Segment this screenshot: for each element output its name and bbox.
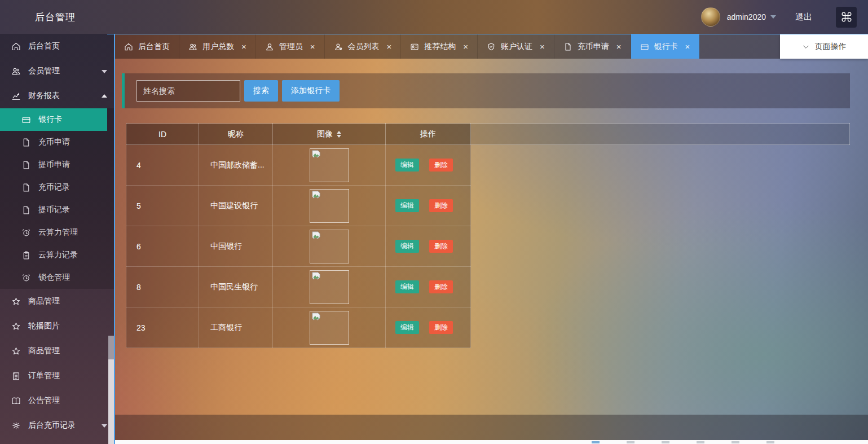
- search-input[interactable]: [136, 80, 240, 102]
- cell-id: 6: [126, 226, 199, 267]
- command-grid-icon: [841, 11, 852, 23]
- cell-image: [273, 145, 386, 186]
- sidebar-item-deposit-apply[interactable]: 充币申请: [0, 131, 114, 153]
- sidebar-item-lock-mgmt[interactable]: 锁仓管理: [0, 266, 114, 289]
- column-header-nickname[interactable]: 昵称: [199, 124, 273, 145]
- close-icon[interactable]: ×: [241, 42, 246, 51]
- broken-image-placeholder: [310, 270, 349, 304]
- users-icon: [188, 42, 197, 51]
- sort-icon[interactable]: [337, 129, 341, 140]
- close-icon[interactable]: ×: [310, 42, 315, 51]
- user-icon: [265, 42, 274, 51]
- tab-user-total[interactable]: 用户总数 ×: [179, 34, 256, 59]
- app-title: 后台管理: [35, 11, 76, 24]
- sidebar-item-finance-reports[interactable]: 财务报表: [0, 83, 114, 108]
- close-icon[interactable]: ×: [540, 42, 545, 51]
- cell-nickname: 中国银行: [199, 226, 273, 267]
- sidebar-item-products-2[interactable]: 商品管理: [0, 339, 114, 363]
- sidebar-item-dashboard[interactable]: 后台首页: [0, 34, 114, 59]
- file-icon: [563, 42, 572, 51]
- add-bank-card-button[interactable]: 添加银行卡: [282, 80, 340, 102]
- cell-image: [273, 226, 386, 267]
- cell-image: [273, 267, 386, 307]
- sidebar-item-cloud-power-mgmt[interactable]: 云算力管理: [0, 221, 114, 244]
- edit-button[interactable]: 编辑: [395, 159, 419, 172]
- user-menu[interactable]: admin2020: [727, 12, 776, 21]
- edit-button[interactable]: 编辑: [395, 280, 419, 293]
- tab-label: 银行卡: [654, 42, 678, 52]
- broken-image-placeholder: [310, 189, 349, 223]
- search-button[interactable]: 搜索: [244, 80, 278, 102]
- sidebar-item-label: 订单管理: [28, 371, 60, 381]
- delete-button[interactable]: 删除: [429, 280, 453, 293]
- sidebar-item-announcements[interactable]: 公告管理: [0, 388, 114, 413]
- sidebar-item-label: 云算力记录: [38, 250, 78, 260]
- close-icon[interactable]: ×: [463, 42, 468, 51]
- file-icon: [21, 138, 31, 147]
- sidebar-item-bank-card[interactable]: 银行卡: [0, 108, 114, 131]
- cell-actions: 编辑 删除: [386, 307, 471, 348]
- logout-button[interactable]: 退出: [795, 12, 812, 23]
- column-header-image[interactable]: 图像: [273, 124, 386, 145]
- header-right-group: admin2020 退出: [701, 0, 857, 34]
- tab-dashboard[interactable]: 后台首页: [115, 34, 179, 59]
- tab-admins[interactable]: 管理员 ×: [256, 34, 325, 59]
- cell-image: [273, 186, 386, 226]
- close-icon[interactable]: ×: [616, 42, 622, 51]
- chevron-down-icon: [102, 70, 107, 76]
- cell-nickname: 工商银行: [199, 307, 273, 348]
- page-actions-button[interactable]: 页面操作: [780, 34, 868, 59]
- edit-button[interactable]: 编辑: [395, 321, 419, 334]
- sidebar-item-label: 会员管理: [28, 66, 60, 76]
- close-icon[interactable]: ×: [387, 42, 392, 51]
- sidebar-item-cloud-power-records[interactable]: 云算力记录: [0, 244, 114, 266]
- file-icon: [21, 160, 31, 170]
- chart-icon: [11, 91, 21, 101]
- bank-card-icon: [640, 42, 649, 51]
- sidebar-item-withdraw-apply[interactable]: 提币申请: [0, 153, 114, 176]
- tab-account-verify[interactable]: 账户认证 ×: [478, 34, 554, 59]
- sidebar-item-backend-deposit-records[interactable]: 后台充币记录: [0, 413, 114, 438]
- top-header-bar: 后台管理 admin2020 退出: [0, 0, 868, 34]
- star-icon: [11, 297, 21, 306]
- tab-member-list[interactable]: 会员列表 ×: [325, 34, 402, 59]
- cell-id: 4: [126, 145, 199, 186]
- file-icon: [21, 183, 31, 192]
- sidebar-item-deposit-records[interactable]: 充币记录: [0, 176, 114, 199]
- column-header-id[interactable]: ID: [126, 124, 199, 145]
- sidebar-item-withdraw-records[interactable]: 提币记录: [0, 199, 114, 221]
- delete-button[interactable]: 删除: [429, 159, 453, 172]
- user-avatar[interactable]: [701, 7, 720, 27]
- admin-app: 后台管理 admin2020 退出 后台首页 会员管理: [0, 0, 868, 444]
- chevron-down-icon: [102, 424, 107, 430]
- username-label: admin2020: [727, 12, 766, 21]
- bank-card-table: ID 昵称 图像 操作 4 中国邮政储蓄... 编辑 删除: [126, 123, 850, 348]
- table-header-row: ID 昵称 图像 操作: [126, 124, 850, 145]
- sidebar-item-orders[interactable]: 订单管理: [0, 363, 114, 388]
- delete-button[interactable]: 删除: [429, 240, 453, 253]
- tab-referral-structure[interactable]: 推荐结构 ×: [401, 34, 478, 59]
- edit-button[interactable]: 编辑: [395, 199, 419, 212]
- sidebar-scrollbar[interactable]: [108, 336, 114, 444]
- table-row: 6 中国银行 编辑 删除: [126, 226, 850, 267]
- cell-actions: 编辑 删除: [386, 226, 471, 267]
- delete-button[interactable]: 删除: [429, 321, 453, 334]
- command-menu-button[interactable]: [836, 7, 857, 28]
- tab-deposit-apply[interactable]: 充币申请 ×: [554, 34, 631, 59]
- sidebar-item-label: 云算力管理: [38, 227, 78, 238]
- sidebar-item-carousel[interactable]: 轮播图片: [0, 314, 114, 339]
- sidebar-item-label: 提币申请: [38, 160, 70, 170]
- edit-button[interactable]: 编辑: [395, 240, 419, 253]
- delete-button[interactable]: 删除: [429, 199, 453, 212]
- table-row: 8 中国民生银行 编辑 删除: [126, 267, 850, 307]
- close-icon[interactable]: ×: [685, 42, 690, 51]
- scrollbar-thumb[interactable]: [108, 336, 114, 359]
- sidebar-item-products-1[interactable]: 商品管理: [0, 289, 114, 314]
- tab-bank-card[interactable]: 银行卡 ×: [631, 34, 700, 59]
- column-header-actions: 操作: [386, 124, 471, 145]
- broken-image-icon: [311, 272, 321, 280]
- sidebar-item-label: 充币记录: [38, 182, 70, 192]
- broken-image-placeholder: [310, 311, 349, 345]
- sidebar-item-members[interactable]: 会员管理: [0, 59, 114, 83]
- column-header-label: 图像: [317, 129, 333, 138]
